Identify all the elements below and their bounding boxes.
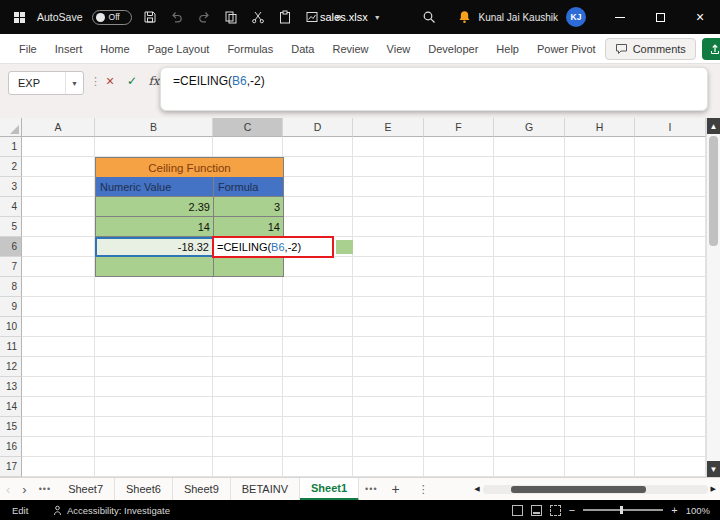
row-header-17[interactable]: 17	[0, 457, 22, 477]
cell-E5[interactable]	[353, 217, 424, 237]
cell-H4[interactable]	[565, 197, 635, 217]
ribbon-tab-file[interactable]: File	[10, 34, 46, 64]
row-header-6[interactable]: 6	[0, 237, 22, 257]
bell-icon[interactable]	[456, 8, 474, 26]
cell-C11[interactable]	[213, 337, 283, 357]
sheet-list-icon[interactable]: •••	[33, 484, 57, 494]
cell-B15[interactable]	[95, 417, 213, 437]
cell-E6[interactable]	[353, 237, 424, 257]
column-header-D[interactable]: D	[283, 118, 353, 137]
avatar[interactable]: KJ	[566, 7, 586, 27]
ribbon-tab-view[interactable]: View	[378, 34, 420, 64]
cell-A2[interactable]	[22, 157, 95, 177]
cell-G1[interactable]	[494, 137, 565, 157]
cell-G4[interactable]	[494, 197, 565, 217]
cell-G15[interactable]	[494, 417, 565, 437]
normal-view-icon[interactable]	[512, 505, 523, 516]
cell-A15[interactable]	[22, 417, 95, 437]
chart-icon[interactable]	[303, 8, 321, 26]
cell-C5[interactable]: 14	[214, 217, 284, 237]
ribbon-tab-data[interactable]: Data	[282, 34, 323, 64]
cell-I1[interactable]	[635, 137, 706, 157]
autosave-toggle[interactable]: Off	[92, 10, 132, 25]
cell-F5[interactable]	[424, 217, 494, 237]
cell-I6[interactable]	[635, 237, 706, 257]
share-button[interactable]: ▼	[702, 38, 720, 60]
sheet-tab-sheet9[interactable]: Sheet9	[173, 478, 231, 501]
sheet-tab-sheet6[interactable]: Sheet6	[115, 478, 173, 501]
cell-E1[interactable]	[353, 137, 424, 157]
user-name[interactable]: Kunal Jai Kaushik	[479, 12, 559, 23]
cell-E9[interactable]	[353, 297, 424, 317]
ribbon-tab-help[interactable]: Help	[487, 34, 528, 64]
cell-B3[interactable]: Numeric Value	[95, 177, 214, 197]
cell-F17[interactable]	[424, 457, 494, 477]
zoom-out-icon[interactable]: −	[569, 504, 575, 516]
cell-B16[interactable]	[95, 437, 213, 457]
cell-C16[interactable]	[213, 437, 283, 457]
cell-I3[interactable]	[635, 177, 706, 197]
cell-H13[interactable]	[565, 377, 635, 397]
ribbon-tab-insert[interactable]: Insert	[46, 34, 92, 64]
cell-F13[interactable]	[424, 377, 494, 397]
cell-E3[interactable]	[353, 177, 424, 197]
cell-B13[interactable]	[95, 377, 213, 397]
column-header-C[interactable]: C	[213, 118, 283, 137]
row-header-11[interactable]: 11	[0, 337, 22, 357]
cell-H7[interactable]	[565, 257, 635, 277]
cell-C3[interactable]: Formula	[214, 177, 284, 197]
cell-C8[interactable]	[213, 277, 283, 297]
accessibility-status[interactable]: Accessibility: Investigate	[52, 505, 170, 516]
cell-F2[interactable]	[424, 157, 494, 177]
ribbon-tab-page-layout[interactable]: Page Layout	[139, 34, 219, 64]
row-header-1[interactable]: 1	[0, 137, 22, 157]
cell-D13[interactable]	[283, 377, 353, 397]
column-header-B[interactable]: B	[95, 118, 213, 137]
cell-G6[interactable]	[494, 237, 565, 257]
row-header-8[interactable]: 8	[0, 277, 22, 297]
cell-D1[interactable]	[283, 137, 353, 157]
zoom-slider[interactable]	[583, 509, 663, 511]
select-all-corner[interactable]	[0, 118, 22, 137]
cell-D17[interactable]	[283, 457, 353, 477]
cell-A11[interactable]	[22, 337, 95, 357]
cell-B11[interactable]	[95, 337, 213, 357]
redo-icon[interactable]	[195, 8, 213, 26]
scroll-left-icon[interactable]: ◀	[474, 485, 479, 493]
cell-B2-title[interactable]: Ceiling Function	[95, 157, 284, 177]
column-header-H[interactable]: H	[565, 118, 635, 137]
cell-D2[interactable]	[283, 157, 353, 177]
cell-F16[interactable]	[424, 437, 494, 457]
tab-options-icon[interactable]: ⋮	[408, 483, 439, 496]
cell-A5[interactable]	[22, 217, 95, 237]
horizontal-scrollbar-track[interactable]	[483, 485, 708, 494]
row-header-12[interactable]: 12	[0, 357, 22, 377]
cell-B9[interactable]	[95, 297, 213, 317]
row-header-5[interactable]: 5	[0, 217, 22, 237]
cell-G3[interactable]	[494, 177, 565, 197]
column-header-A[interactable]: A	[22, 118, 95, 137]
cell-E7[interactable]	[353, 257, 424, 277]
cell-C13[interactable]	[213, 377, 283, 397]
cell-F8[interactable]	[424, 277, 494, 297]
cell-I12[interactable]	[635, 357, 706, 377]
column-header-I[interactable]: I	[635, 118, 706, 137]
cell-G13[interactable]	[494, 377, 565, 397]
cell-H6[interactable]	[565, 237, 635, 257]
cell-F14[interactable]	[424, 397, 494, 417]
search-icon[interactable]	[420, 8, 438, 26]
cell-B10[interactable]	[95, 317, 213, 337]
cell-E15[interactable]	[353, 417, 424, 437]
cell-E12[interactable]	[353, 357, 424, 377]
ribbon-tab-home[interactable]: Home	[91, 34, 138, 64]
cell-C6-editing[interactable]: =CEILING(B6,-2)	[212, 236, 334, 258]
cancel-icon[interactable]: ×	[100, 73, 120, 89]
cell-D4[interactable]	[283, 197, 353, 217]
cell-A6[interactable]	[22, 237, 95, 257]
cell-D11[interactable]	[283, 337, 353, 357]
comments-button[interactable]: Comments	[605, 38, 696, 60]
cell-B12[interactable]	[95, 357, 213, 377]
cell-H1[interactable]	[565, 137, 635, 157]
cell-I9[interactable]	[635, 297, 706, 317]
cell-H2[interactable]	[565, 157, 635, 177]
